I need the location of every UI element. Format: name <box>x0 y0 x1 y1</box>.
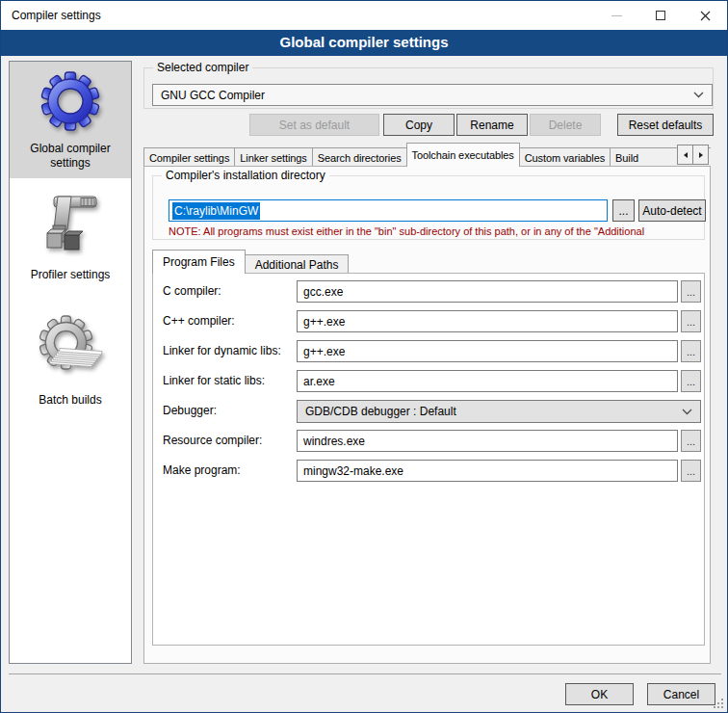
resource-compiler-input[interactable] <box>297 430 678 452</box>
form-row: C compiler: ... <box>153 280 704 303</box>
browse-cpp-compiler-button[interactable]: ... <box>681 310 701 332</box>
settings-category-list: Global compiler settings <box>9 61 132 664</box>
tab-compiler-settings[interactable]: Compiler settings <box>143 147 235 167</box>
browse-c-compiler-button[interactable]: ... <box>681 280 701 303</box>
titlebar: Compiler settings <box>1 1 727 30</box>
dynamic-linker-label: Linker for dynamic libs: <box>163 340 281 362</box>
sidebar-item-batch-builds[interactable]: Batch builds <box>10 305 131 415</box>
caliper-icon <box>39 191 102 262</box>
install-dir-selected-text: C:\raylib\MinGW <box>172 202 260 220</box>
maximize-button[interactable] <box>638 1 683 30</box>
resize-grip[interactable] <box>714 699 724 709</box>
compiler-select[interactable]: GNU GCC Compiler <box>152 84 713 106</box>
group-label: Selected compiler <box>153 61 252 74</box>
static-linker-label: Linker for static libs: <box>163 370 265 392</box>
copy-button[interactable]: Copy <box>383 114 455 136</box>
form-row: Make program: ... <box>153 460 704 482</box>
sidebar-item-global-compiler-settings[interactable]: Global compiler settings <box>10 62 131 178</box>
compiler-tabs: Compiler settings Linker settings Search… <box>143 143 711 167</box>
caption-buttons <box>594 1 727 30</box>
form-row: C++ compiler: ... <box>153 310 704 332</box>
cancel-button[interactable]: Cancel <box>647 683 715 705</box>
delete-button: Delete <box>530 114 601 136</box>
minimize-icon <box>611 15 622 16</box>
c-compiler-label: C compiler: <box>163 280 221 303</box>
triangle-right-icon <box>699 152 703 158</box>
tab-linker-settings[interactable]: Linker settings <box>234 147 312 167</box>
triangle-left-icon <box>684 152 688 158</box>
reset-defaults-button[interactable]: Reset defaults <box>617 114 714 136</box>
compiler-settings-dialog: Compiler settings Global compiler settin… <box>0 0 728 713</box>
form-row: Linker for static libs: ... <box>153 370 704 392</box>
cpp-compiler-input[interactable] <box>297 310 678 332</box>
installation-directory-group: Compiler's installation directory C:\ray… <box>152 175 705 240</box>
browse-make-program-button[interactable]: ... <box>681 460 701 482</box>
minimize-button[interactable] <box>594 1 638 30</box>
make-program-label: Make program: <box>163 460 241 482</box>
toolchain-executables-panel: Compiler's installation directory C:\ray… <box>143 166 711 664</box>
blue-gear-icon <box>39 70 101 136</box>
group-label: Compiler's installation directory <box>162 169 329 182</box>
resource-compiler-label: Resource compiler: <box>163 430 262 452</box>
tab-toolchain-executables[interactable]: Toolchain executables <box>406 143 520 167</box>
sidebar-item-label: Global compiler settings <box>12 142 129 171</box>
browse-static-linker-button[interactable]: ... <box>681 370 701 392</box>
sidebar-item-label: Batch builds <box>39 393 101 408</box>
footer-divider <box>9 673 721 674</box>
gray-gear-stack-icon <box>36 314 105 387</box>
tab-program-files[interactable]: Program Files <box>152 250 246 274</box>
static-linker-input[interactable] <box>297 370 678 392</box>
set-as-default-button: Set as default <box>249 114 379 136</box>
auto-detect-button[interactable]: Auto-detect <box>638 199 706 222</box>
browse-resource-compiler-button[interactable]: ... <box>681 430 701 452</box>
form-row: Linker for dynamic libs: ... <box>153 340 704 362</box>
debugger-select[interactable]: GDB/CDB debugger : Default <box>297 400 701 423</box>
tab-scroll-left-button[interactable] <box>677 145 693 165</box>
install-dir-input[interactable]: C:\raylib\MinGW <box>169 199 608 222</box>
program-tabs: Program Files Additional Paths <box>152 250 348 274</box>
close-button[interactable] <box>683 1 727 30</box>
tab-scroll-right-button[interactable] <box>692 145 709 165</box>
form-row: Debugger: GDB/CDB debugger : Default <box>153 400 704 422</box>
ok-button[interactable]: OK <box>565 683 634 705</box>
chevron-down-icon <box>693 92 704 98</box>
compiler-select-value: GNU GCC Compiler <box>161 89 265 102</box>
tab-additional-paths[interactable]: Additional Paths <box>245 254 350 274</box>
dynamic-linker-input[interactable] <box>297 340 678 362</box>
tab-scroll-buttons <box>678 145 709 165</box>
maximize-icon <box>656 11 665 20</box>
note-text: NOTE: All programs must exist either in … <box>169 225 700 237</box>
sidebar-item-label: Profiler settings <box>31 268 111 282</box>
debugger-label: Debugger: <box>163 400 217 422</box>
tab-custom-variables[interactable]: Custom variables <box>519 147 611 167</box>
tab-search-directories[interactable]: Search directories <box>312 147 407 167</box>
debugger-select-value: GDB/CDB debugger : Default <box>305 405 456 418</box>
chevron-down-icon <box>682 409 692 415</box>
c-compiler-input[interactable] <box>297 280 678 303</box>
form-row: Resource compiler: ... <box>153 430 704 452</box>
program-files-panel: C compiler: ... C++ compiler: ... Linker… <box>152 273 705 646</box>
make-program-input[interactable] <box>297 460 678 482</box>
close-icon <box>700 11 711 21</box>
rename-button[interactable]: Rename <box>456 114 528 136</box>
browse-dynamic-linker-button[interactable]: ... <box>681 340 701 362</box>
browse-install-dir-button[interactable]: ... <box>612 199 635 222</box>
sidebar-item-profiler-settings[interactable]: Profiler settings <box>10 182 131 290</box>
page-title: Global compiler settings <box>1 30 727 56</box>
cpp-compiler-label: C++ compiler: <box>163 310 235 332</box>
window-title: Compiler settings <box>12 1 101 30</box>
